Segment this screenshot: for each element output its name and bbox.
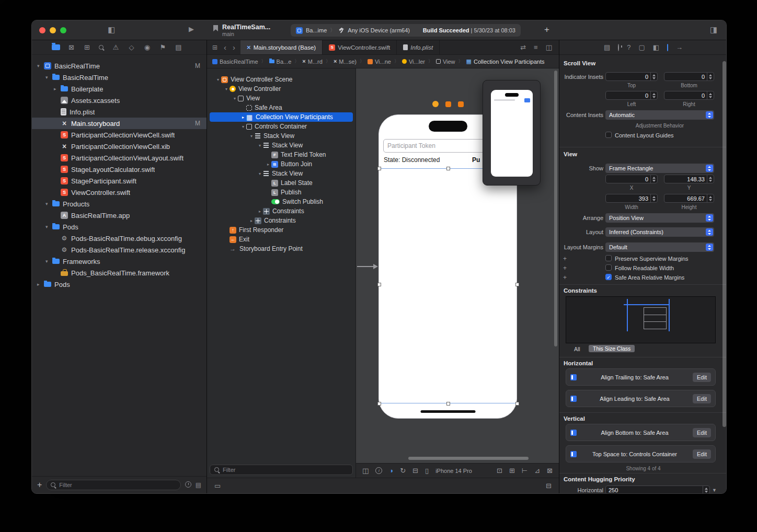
selection-handle[interactable] — [515, 402, 519, 406]
breadcrumb-item[interactable]: ×M...se) — [334, 59, 357, 65]
content-insets-popup[interactable]: Automatic — [605, 110, 714, 120]
segment-this-size-class[interactable]: This Size Class — [589, 345, 635, 352]
run-destination[interactable]: Any iOS Device (arm64) — [348, 27, 410, 33]
navigator-file-row[interactable]: ▾Products — [32, 198, 207, 210]
edit-button[interactable]: Edit — [693, 428, 711, 437]
navigator-filter-field[interactable]: Filter — [46, 480, 180, 490]
outline-row[interactable]: Storyboard Entry Point — [210, 244, 353, 253]
preserve-superview-margins-checkbox[interactable] — [605, 255, 612, 261]
disclosure-triangle-icon[interactable]: ▾ — [215, 77, 221, 82]
navigator-file-row[interactable]: ▾BasicRealTimeM — [32, 60, 207, 72]
connections-inspector-icon[interactable]: → — [676, 43, 683, 51]
navigator-file-row[interactable]: ▾Frameworks — [32, 256, 207, 267]
state-label[interactable]: State: Disconnected — [384, 156, 440, 164]
editor-layout-icon[interactable]: ◫ — [546, 43, 552, 51]
minimap-icon[interactable]: ≡ — [534, 43, 538, 51]
view-controller-dock-icon[interactable] — [432, 101, 439, 107]
selection-handle[interactable] — [446, 402, 450, 406]
disclosure-triangle-icon[interactable]: ▸ — [240, 115, 246, 120]
segment-all[interactable]: All — [574, 346, 580, 352]
add-margin-button[interactable]: + — [563, 274, 567, 281]
back-button[interactable]: ‹ — [224, 44, 226, 51]
source-control-status-icon[interactable]: ▤ — [196, 481, 201, 489]
selection-handle[interactable] — [446, 167, 450, 170]
align-icon[interactable]: ⊞ — [509, 467, 515, 475]
disclosure-triangle-icon[interactable]: ▾ — [45, 75, 52, 80]
disclosure-triangle-icon[interactable]: ▾ — [45, 224, 52, 229]
editor-tab[interactable]: ×Main.storyboard (Base) — [240, 40, 323, 54]
stepper[interactable] — [707, 73, 714, 80]
issue-navigator-icon[interactable]: ⚠ — [111, 43, 120, 51]
disclosure-triangle-icon[interactable]: ▾ — [257, 143, 263, 148]
outline-row[interactable]: ▾Stack View — [210, 131, 353, 141]
split-view-icon[interactable]: ⊟ — [412, 467, 418, 475]
navigator-file-row[interactable]: Pods_BasicRealTime.framework — [32, 267, 207, 279]
debug-navigator-icon[interactable]: ◉ — [143, 43, 152, 51]
inset-bottom-field[interactable]: 0 — [664, 72, 714, 81]
navigator-file-row[interactable]: ▸Pods — [32, 279, 207, 290]
forward-button[interactable]: › — [233, 44, 235, 51]
activity-view[interactable]: Ba...ime 〉 Any iOS Device (arm64) Build … — [291, 24, 521, 37]
build-status[interactable]: Build Succeeded | 5/30/23 at 08:03 — [423, 27, 515, 33]
navigator-file-row[interactable]: ParticipantCollectionViewCell.xib — [32, 141, 207, 152]
disclosure-triangle-icon[interactable]: ▾ — [248, 134, 255, 138]
disclosure-triangle-icon[interactable]: ▾ — [45, 259, 52, 264]
inspector-toggle-icon[interactable]: ◨ — [710, 25, 717, 34]
navigator-file-row[interactable]: ViewController.swift — [32, 187, 207, 198]
outline-row[interactable]: ▸Constraints — [210, 216, 353, 225]
navigator-file-row[interactable]: StageParticipant.swift — [32, 175, 207, 187]
navigator-file-row[interactable]: ▾BasicRealTime — [32, 72, 207, 83]
editor-tab[interactable]: SViewController.swift — [323, 40, 397, 54]
add-constraints-icon[interactable]: ⊢ — [522, 467, 527, 475]
outline-row[interactable]: Publish — [210, 188, 353, 197]
hugging-horizontal-field[interactable]: 250 — [605, 485, 710, 494]
stepper[interactable] — [703, 486, 709, 494]
outline-row[interactable]: ▾Controls Container — [210, 122, 353, 131]
disclosure-triangle-icon[interactable]: ▾ — [45, 201, 52, 206]
find-navigator-icon[interactable] — [98, 44, 105, 51]
navigator-file-row[interactable]: ParticipantCollectionViewCell.swift — [32, 129, 207, 141]
outline-row[interactable]: ▾View Controller — [210, 84, 353, 94]
inset-top-field[interactable]: 0 — [605, 72, 658, 81]
selection-handle[interactable] — [377, 283, 381, 286]
breadcrumb-item[interactable]: Vi...ne — [368, 59, 391, 65]
collection-view-selection[interactable] — [379, 168, 517, 403]
inset-left-field[interactable]: 0 — [605, 91, 658, 100]
disclosure-triangle-icon[interactable]: ▸ — [54, 86, 61, 91]
device-name[interactable]: iPhone 14 Pro — [435, 468, 472, 474]
symbol-navigator-icon[interactable]: ⊞ — [83, 43, 91, 51]
outline-row[interactable]: ▾View — [210, 94, 353, 103]
related-items-icon[interactable]: ⊞ — [212, 44, 217, 51]
vertical-constraint-row[interactable]: Align Bottom to: Safe AreaEdit — [566, 424, 716, 441]
outline-filter-field[interactable]: Filter — [210, 465, 353, 475]
fullscreen-button[interactable] — [60, 27, 66, 33]
appearance-toggle-icon[interactable]: ◑ — [389, 467, 393, 475]
history-inspector-icon[interactable] — [618, 44, 619, 51]
navigator-file-row[interactable]: BasicRealTime.app — [32, 210, 207, 221]
breadcrumb-item[interactable]: ×M...rd — [302, 59, 323, 65]
horizontal-constraint-row[interactable]: Align Leading to: Safe AreaEdit — [566, 390, 716, 407]
breadcrumb-item[interactable]: ▦Collection View Participants — [466, 59, 545, 65]
outline-row[interactable]: Text Field Token — [210, 150, 353, 159]
stepper[interactable] — [707, 194, 714, 202]
disclosure-triangle-icon[interactable]: ▾ — [257, 171, 263, 176]
navigator-file-row[interactable]: ▾Pods — [32, 221, 207, 233]
outline-row[interactable]: ▸Collection View Participants — [210, 112, 353, 122]
safe-area-relative-margins-checkbox[interactable] — [605, 274, 612, 280]
outline-row[interactable]: Exit — [210, 235, 353, 244]
canvas-bezel-toggle-icon[interactable]: ▭ — [214, 482, 221, 490]
size-inspector-icon[interactable] — [667, 44, 668, 51]
navigator-file-row[interactable]: Main.storyboardM — [32, 118, 207, 129]
add-tab-button[interactable]: + — [544, 25, 549, 35]
disclosure-triangle-icon[interactable]: ▾ — [37, 63, 44, 68]
outline-row[interactable]: ▾Stack View — [210, 169, 353, 178]
edit-button[interactable]: Edit — [693, 394, 711, 403]
run-button[interactable]: ▶ — [189, 25, 194, 33]
outline-row[interactable]: ▸Constraints — [210, 206, 353, 216]
add-margin-button[interactable]: + — [563, 255, 567, 262]
adjust-variants-icon[interactable]: i — [375, 467, 382, 474]
disclosure-triangle-icon[interactable]: ▸ — [257, 209, 263, 214]
selection-handle[interactable] — [377, 167, 381, 170]
height-field[interactable]: 669.67 — [664, 194, 714, 203]
project-navigator-icon[interactable] — [52, 44, 60, 50]
